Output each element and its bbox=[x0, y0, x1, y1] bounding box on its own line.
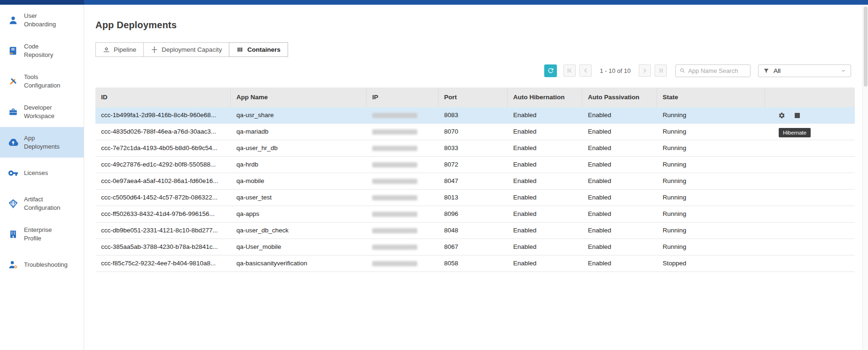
scrollbar-thumb[interactable] bbox=[864, 7, 868, 87]
cell-id: ccc-4835d026-788f-46ea-a76d-30aac3... bbox=[95, 124, 231, 140]
cloud-upload-icon bbox=[8, 137, 19, 148]
sidebar-item-code-repository[interactable]: Code Repository bbox=[0, 35, 84, 66]
table-row[interactable]: ccc-f85c75c2-9232-4ee7-b404-9810a8... qa… bbox=[95, 255, 855, 272]
table-row[interactable]: ccc-ff502633-8432-41d4-97b6-996156... qa… bbox=[95, 206, 855, 223]
ip-redacted bbox=[372, 179, 417, 184]
column-header-auto-passivation[interactable]: Auto Passivation bbox=[582, 88, 657, 107]
column-header-ip[interactable]: IP bbox=[367, 88, 438, 107]
pipeline-icon bbox=[103, 46, 110, 53]
sidebar-item-label: Licenses bbox=[24, 169, 69, 177]
sidebar-item-user-onboarding[interactable]: User Onboarding bbox=[0, 5, 84, 35]
table-row[interactable]: ccc-db9be051-2331-4121-8c10-8bd277... qa… bbox=[95, 223, 855, 239]
cell-app-name: qa-mobile bbox=[231, 173, 367, 189]
cell-port: 8067 bbox=[438, 239, 508, 255]
hibernate-gear-icon[interactable] bbox=[778, 112, 785, 119]
briefcase-icon bbox=[8, 106, 19, 118]
page-title: App Deployments bbox=[95, 20, 851, 31]
cell-auto-hibernation: Enabled bbox=[508, 107, 582, 123]
cell-port: 8070 bbox=[438, 124, 508, 140]
cell-ip bbox=[367, 157, 438, 173]
table-row[interactable]: ccc-7e72c1da-4193-4b05-b8d0-6b9c54... qa… bbox=[95, 140, 855, 157]
cell-auto-passivation: Enabled bbox=[582, 255, 657, 271]
sidebar-item-enterprise-profile[interactable]: Enterprise Profile bbox=[0, 219, 84, 249]
vertical-scrollbar[interactable] bbox=[862, 5, 868, 350]
tab-deployment-capacity[interactable]: Deployment Capacity bbox=[143, 42, 229, 57]
table-toolbar: 1 - 10 of 10 All bbox=[95, 64, 851, 77]
cell-auto-passivation: Enabled bbox=[582, 190, 657, 206]
sidebar-item-app-deployments[interactable]: App Deployments bbox=[0, 127, 84, 158]
app-name-search-box bbox=[675, 64, 751, 77]
cell-auto-hibernation: Enabled bbox=[508, 157, 582, 173]
column-header-app-name[interactable]: App Name bbox=[231, 88, 367, 107]
cell-state: Running bbox=[657, 107, 765, 123]
tab-label: Deployment Capacity bbox=[162, 46, 222, 53]
refresh-button[interactable] bbox=[544, 64, 557, 77]
sidebar-item-developer-workspace[interactable]: Developer Workspace bbox=[0, 96, 84, 127]
cell-ip bbox=[367, 239, 438, 255]
cell-actions bbox=[765, 206, 855, 222]
table-row[interactable]: ccc-1b499fa1-2d98-416b-8c4b-960e68... qa… bbox=[95, 107, 855, 124]
search-input[interactable] bbox=[688, 67, 746, 74]
ip-redacted bbox=[372, 261, 417, 266]
cell-auto-passivation: Enabled bbox=[582, 239, 657, 255]
cell-state: Stopped bbox=[657, 255, 765, 271]
table-row[interactable]: ccc-c5050d64-1452-4c57-872b-086322... qa… bbox=[95, 190, 855, 206]
sidebar-item-label: Tools Configuration bbox=[24, 73, 69, 89]
sidebar-item-label: Enterprise Profile bbox=[24, 226, 69, 242]
cell-auto-passivation: Enabled bbox=[582, 107, 657, 123]
cell-port: 8048 bbox=[438, 223, 508, 239]
sidebar-item-tools-configuration[interactable]: Tools Configuration bbox=[0, 66, 84, 96]
cell-state: Running bbox=[657, 173, 765, 189]
cell-actions bbox=[765, 223, 855, 239]
table-row[interactable]: ccc-49c27876-ed1c-4292-b0f8-550588... qa… bbox=[95, 157, 855, 173]
cell-ip bbox=[367, 124, 438, 140]
sidebar-item-troubleshooting[interactable]: Troubleshooting bbox=[0, 249, 84, 280]
cell-ip bbox=[367, 223, 438, 239]
filter-dropdown[interactable]: All bbox=[758, 64, 851, 77]
sidebar-item-artifact-configuration[interactable]: Artifact Configuration bbox=[0, 188, 84, 219]
sidebar-item-label: App Deployments bbox=[24, 134, 69, 150]
table-row[interactable]: ccc-385aa5ab-3788-4230-b78a-b2841c... qa… bbox=[95, 239, 855, 255]
cell-actions bbox=[765, 255, 855, 271]
first-page-button[interactable] bbox=[563, 64, 576, 77]
stop-icon[interactable] bbox=[795, 113, 800, 118]
cell-actions bbox=[765, 190, 855, 206]
sidebar-item-label: Troubleshooting bbox=[24, 261, 69, 269]
cell-ip bbox=[367, 107, 438, 123]
cell-ip bbox=[367, 173, 438, 189]
cell-app-name: qa-hrdb bbox=[231, 157, 367, 173]
cell-app-name: qa-User_mobile bbox=[231, 239, 367, 255]
cell-ip bbox=[367, 206, 438, 222]
chevron-down-icon bbox=[841, 68, 846, 73]
column-header-port[interactable]: Port bbox=[438, 88, 508, 107]
top-bar bbox=[0, 0, 868, 5]
containers-icon bbox=[236, 46, 243, 53]
cell-auto-hibernation: Enabled bbox=[508, 206, 582, 222]
sidebar: User Onboarding Code Repository Tools Co… bbox=[0, 5, 84, 350]
tab-containers[interactable]: Containers bbox=[229, 42, 288, 57]
table-row[interactable]: ccc-4835d026-788f-46ea-a76d-30aac3... qa… bbox=[95, 124, 855, 140]
column-header-id[interactable]: ID bbox=[95, 88, 231, 107]
key-icon bbox=[8, 167, 19, 179]
cell-app-name: qa-mariadb bbox=[231, 124, 367, 140]
last-page-button[interactable] bbox=[655, 64, 667, 77]
cell-port: 8033 bbox=[438, 140, 508, 156]
cell-actions bbox=[765, 107, 855, 123]
sidebar-item-licenses[interactable]: Licenses bbox=[0, 158, 84, 188]
cell-auto-passivation: Enabled bbox=[582, 157, 657, 173]
cell-state: Running bbox=[657, 206, 765, 222]
cell-port: 8096 bbox=[438, 206, 508, 222]
column-header-state[interactable]: State bbox=[657, 88, 765, 107]
previous-page-button[interactable] bbox=[579, 64, 592, 77]
tab-pipeline[interactable]: Pipeline bbox=[95, 42, 144, 57]
table-row[interactable]: ccc-0e97aea4-a5af-4102-86a1-fd60e16... q… bbox=[95, 173, 855, 190]
cell-ip bbox=[367, 190, 438, 206]
column-header-auto-hibernation[interactable]: Auto Hibernation bbox=[508, 88, 582, 107]
cell-auto-passivation: Enabled bbox=[582, 223, 657, 239]
next-page-button[interactable] bbox=[639, 64, 651, 77]
tools-icon bbox=[8, 76, 19, 87]
cell-actions bbox=[765, 140, 855, 156]
cell-port: 8013 bbox=[438, 190, 508, 206]
cell-state: Running bbox=[657, 190, 765, 206]
cell-ip bbox=[367, 140, 438, 156]
